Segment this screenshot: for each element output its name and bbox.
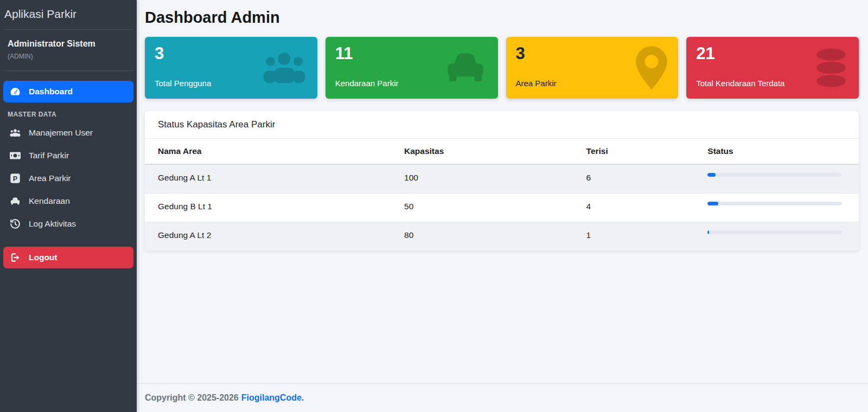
panel-title: Status Kapasitas Area Parkir [145, 111, 859, 139]
cell-kapasitas: 80 [391, 222, 573, 251]
sidebar-item-manajemen-user[interactable]: Manajemen User [3, 121, 133, 144]
sign-out-icon [9, 252, 22, 263]
history-icon [9, 218, 22, 229]
stat-value: 11 [335, 44, 488, 63]
cell-terisi: 6 [573, 164, 695, 194]
logout-label: Logout [29, 253, 58, 262]
stat-label: Kendaraan Parkir [335, 79, 488, 88]
capacity-progress-bar [707, 173, 842, 177]
footer: Copyright © 2025-2026 FiogilangCode. [137, 383, 868, 412]
capacity-progress-bar [707, 202, 842, 205]
col-nama-area: Nama Area [145, 139, 391, 164]
app-brand: Aplikasi Parkir [3, 0, 133, 30]
logout-button[interactable]: Logout [3, 247, 133, 268]
section-label-master-data: MASTER DATA [8, 111, 133, 118]
sidebar-item-tarif-parkir[interactable]: Tarif Parkir [3, 144, 133, 167]
stat-value: 3 [155, 44, 308, 63]
cell-area: Gedung A Lt 1 [145, 164, 391, 194]
page-title: Dashboard Admin [145, 9, 859, 27]
user-name: Administrator Sistem [8, 39, 129, 49]
sidebar-item-kendaraan[interactable]: Kendaraan [3, 190, 133, 213]
capacity-progress-fill [707, 173, 716, 177]
sidebar: Aplikasi Parkir Administrator Sistem (AD… [0, 0, 137, 412]
stat-card-total-kendaraan-terdata: 21 Total Kendaraan Terdata [686, 37, 859, 99]
capacity-progress-bar [707, 230, 842, 234]
capacity-progress-fill [707, 202, 718, 205]
master-data-nav: Manajemen User Tarif Parkir P Area Parki… [3, 121, 133, 235]
cell-terisi: 1 [573, 222, 695, 251]
capacity-table: Nama Area Kapasitas Terisi Status Gedung… [145, 139, 859, 250]
sidebar-item-log-aktivitas[interactable]: Log Aktivitas [3, 213, 133, 235]
cell-terisi: 4 [573, 194, 695, 222]
sidebar-item-label: Area Parkir [29, 173, 71, 183]
svg-text:P: P [13, 175, 17, 183]
stat-label: Total Kendaraan Terdata [696, 79, 849, 88]
app-window: Aplikasi Parkir Administrator Sistem (AD… [0, 0, 868, 412]
stat-label: Total Pengguna [155, 79, 308, 88]
main-area: Dashboard Admin 3 Total Pengguna 11 Kend… [137, 0, 868, 412]
stat-card-area-parkir: 3 Area Parkir [506, 37, 679, 99]
col-status: Status [694, 139, 859, 164]
sidebar-item-label: Dashboard [29, 87, 73, 96]
table-row: Gedung A Lt 2 80 1 [145, 222, 859, 251]
sidebar-nav: Dashboard MASTER DATA Manajemen User Tar… [3, 81, 133, 268]
capacity-progress-fill [707, 230, 709, 234]
sidebar-item-label: Kendaraan [29, 196, 70, 206]
cell-kapasitas: 100 [391, 164, 573, 194]
sidebar-item-dashboard[interactable]: Dashboard [3, 81, 133, 102]
stat-label: Area Parkir [516, 79, 669, 88]
table-row: Gedung A Lt 1 100 6 [145, 164, 859, 194]
col-kapasitas: Kapasitas [391, 139, 573, 164]
cell-area: Gedung A Lt 2 [145, 222, 391, 251]
gauge-icon [9, 86, 22, 97]
cell-status [694, 164, 859, 194]
stat-value: 21 [696, 44, 849, 63]
cell-area: Gedung B Lt 1 [145, 194, 391, 222]
cell-kapasitas: 50 [391, 194, 573, 222]
sidebar-item-area-parkir[interactable]: P Area Parkir [3, 167, 133, 190]
user-role: (ADMIN) [8, 53, 129, 60]
car-icon [9, 196, 22, 207]
stat-card-kendaraan-parkir: 11 Kendaraan Parkir [326, 37, 498, 99]
users-icon [9, 127, 22, 138]
sidebar-item-label: Manajemen User [29, 128, 93, 138]
main-content: Dashboard Admin 3 Total Pengguna 11 Kend… [137, 0, 868, 383]
stat-cards-row: 3 Total Pengguna 11 Kendaraan Parkir 3 A… [145, 37, 859, 99]
money-bill-icon [9, 150, 22, 161]
user-info: Administrator Sistem (ADMIN) [3, 30, 133, 71]
stat-value: 3 [516, 44, 669, 63]
copyright-text: Copyright © 2025-2026 [145, 393, 239, 403]
table-row: Gedung B Lt 1 50 4 [145, 194, 859, 222]
col-terisi: Terisi [573, 139, 695, 164]
parking-sign-icon: P [9, 173, 22, 184]
capacity-status-panel: Status Kapasitas Area Parkir Nama Area K… [145, 111, 859, 250]
cell-status [694, 222, 859, 251]
sidebar-item-label: Log Aktivitas [29, 219, 76, 229]
sidebar-item-label: Tarif Parkir [29, 151, 69, 160]
brand-link[interactable]: FiogilangCode. [241, 393, 304, 403]
table-header-row: Nama Area Kapasitas Terisi Status [145, 139, 859, 164]
cell-status [694, 194, 859, 222]
stat-card-total-pengguna: 3 Total Pengguna [145, 37, 317, 99]
